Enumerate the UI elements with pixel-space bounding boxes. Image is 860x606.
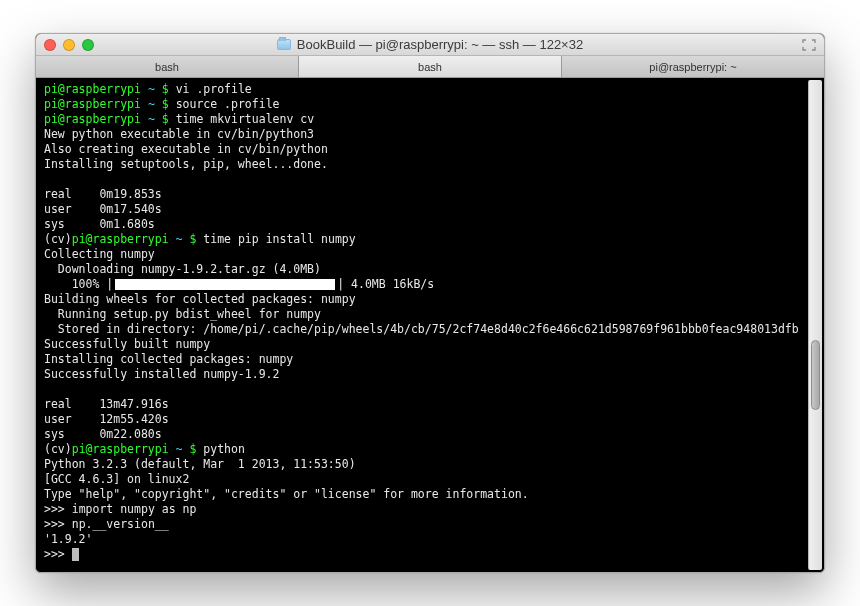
titlebar[interactable]: BookBuild — pi@raspberrypi: ~ — ssh — 12… <box>36 34 824 56</box>
minimize-icon[interactable] <box>63 39 75 51</box>
tab-ssh[interactable]: pi@raspberrypi: ~ <box>562 56 824 77</box>
traffic-lights <box>44 39 94 51</box>
terminal-window: BookBuild — pi@raspberrypi: ~ — ssh — 12… <box>35 33 825 573</box>
tab-bash-2[interactable]: bash <box>299 56 562 77</box>
folder-icon <box>277 39 291 50</box>
tab-label: pi@raspberrypi: ~ <box>649 61 736 73</box>
close-icon[interactable] <box>44 39 56 51</box>
scrollbar-thumb[interactable] <box>811 340 820 410</box>
tab-label: bash <box>155 61 179 73</box>
zoom-icon[interactable] <box>82 39 94 51</box>
cursor <box>72 548 79 561</box>
tab-bash-1[interactable]: bash <box>36 56 299 77</box>
window-title: BookBuild — pi@raspberrypi: ~ — ssh — 12… <box>36 37 824 52</box>
fullscreen-icon[interactable] <box>802 39 816 51</box>
window-title-text: BookBuild — pi@raspberrypi: ~ — ssh — 12… <box>297 37 583 52</box>
progress-bar <box>115 279 335 290</box>
tab-label: bash <box>418 61 442 73</box>
tab-bar: bash bash pi@raspberrypi: ~ <box>36 56 824 78</box>
terminal-output: pi@raspberrypi ~ $ vi .profile pi@raspbe… <box>44 82 816 562</box>
scrollbar[interactable] <box>808 80 822 570</box>
terminal-body[interactable]: pi@raspberrypi ~ $ vi .profile pi@raspbe… <box>36 78 824 572</box>
